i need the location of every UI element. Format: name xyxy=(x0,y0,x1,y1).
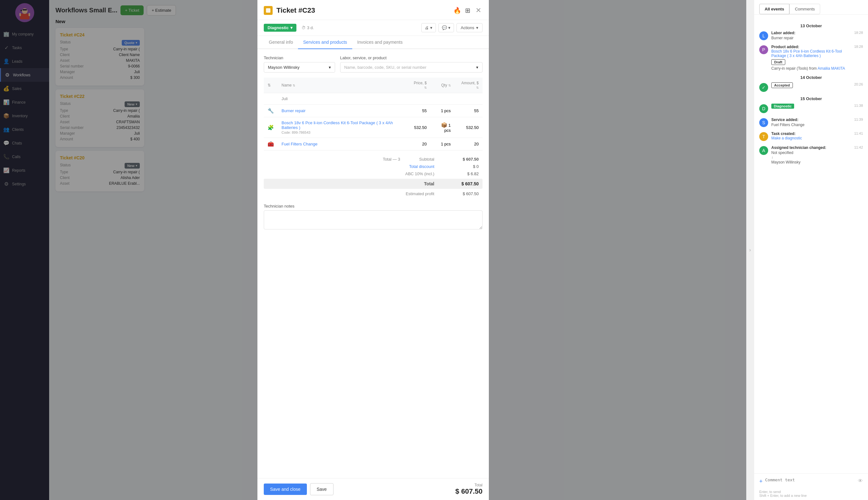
qty-col-header[interactable]: Qty ⇅ xyxy=(430,78,454,93)
event-title-service: Service added: xyxy=(771,117,851,122)
send-icon[interactable]: 👁 xyxy=(858,478,863,484)
event-time-service: 11:39 xyxy=(854,117,863,121)
labor-label: Labor, service, or product xyxy=(340,55,483,60)
tab-general-info[interactable]: General info xyxy=(264,36,298,49)
technician-select[interactable]: Mayson Willinsky ▾ xyxy=(264,62,335,72)
save-button[interactable]: Save xyxy=(310,483,334,495)
footer-total-amount: $ 607.50 xyxy=(455,487,483,496)
task-event-icon: T xyxy=(759,132,768,141)
event-labor-added: L Labor added: Burner repair 18:28 xyxy=(759,31,863,40)
event-body: Labor added: Burner repair xyxy=(771,31,851,40)
grid-button[interactable]: ⊞ xyxy=(464,7,472,14)
tab-services-products[interactable]: Services and products xyxy=(298,36,352,49)
tax-label: ABC 10% (incl.) xyxy=(405,171,434,176)
event-time-accepted: 20:26 xyxy=(854,82,863,86)
burner-repair-link[interactable]: Burner repair xyxy=(282,109,306,113)
burner-price: 55 xyxy=(407,104,430,117)
name-col-header[interactable]: Name ⇅ xyxy=(278,78,407,93)
event-body-task: Task created: Make a diagnostic xyxy=(771,132,851,140)
event-body-accepted: Accepted xyxy=(771,82,851,89)
total-count-row: Total — 3 Subtotal $ 607.50 xyxy=(264,156,483,163)
services-row: Technician Mayson Willinsky ▾ Labor, ser… xyxy=(264,55,483,72)
draft-badge: Draft xyxy=(771,59,785,65)
modal-title: Ticket #C23 xyxy=(277,6,450,14)
modal-header: Ticket #C23 🔥 ⊞ ✕ xyxy=(257,0,489,20)
price-col-header[interactable]: Price, $ ⇅ xyxy=(407,78,430,93)
total-final-label: Total xyxy=(424,181,434,186)
diagnostic-event-icon: D xyxy=(759,104,768,113)
burner-amount: 55 xyxy=(454,104,483,117)
subtotal-value: $ 607.50 xyxy=(453,157,479,162)
profit-label: Estimated profit xyxy=(406,191,434,196)
bosch-price: 532.50 xyxy=(407,117,430,138)
chevron-down-icon: ▾ xyxy=(448,25,450,30)
clock-icon: ⏱ xyxy=(302,25,306,30)
status-diagnostic-badge[interactable]: Diagnostic ▾ xyxy=(264,24,296,32)
comment-button[interactable]: 💬 ▾ xyxy=(438,23,454,32)
event-task-created: T Task created: Make a diagnostic 11:41 xyxy=(759,132,863,141)
comment-plus-icon: + xyxy=(759,478,763,485)
wrench-icon: 🔧 xyxy=(268,108,274,113)
event-from: Not specified xyxy=(771,150,851,155)
tab-all-events[interactable]: All events xyxy=(759,4,789,14)
modal-close-button[interactable]: ✕ xyxy=(474,5,483,16)
event-body-diagnostic: Diagnostic xyxy=(771,104,851,109)
event-time-diagnostic: 11:38 xyxy=(854,104,863,107)
event-diagnostic: D Diagnostic 11:38 xyxy=(759,104,863,113)
section-label: Juli xyxy=(278,93,483,104)
puzzle-icon: 🧩 xyxy=(268,125,274,130)
totals-section: Total — 3 Subtotal $ 607.50 Total discou… xyxy=(264,156,483,197)
bosch-link[interactable]: Bosch 18v 6 Pce li-ion Cordless Kit 6-To… xyxy=(282,121,393,130)
collapse-panel-button[interactable]: › xyxy=(746,0,754,500)
event-technician-changed: A Assigned technician changed: Not speci… xyxy=(759,146,863,164)
fire-icon[interactable]: 🔥 xyxy=(453,7,461,14)
sort-col-header: ⇅ xyxy=(264,78,278,93)
modal-header-actions: 🔥 ⊞ ✕ xyxy=(453,5,483,16)
amaliia-makita-link[interactable]: Amaliia MAKITA xyxy=(818,66,845,71)
labor-search-input[interactable]: Name, barcode, code, SKU, or serial numb… xyxy=(340,62,483,72)
modal-tabs: General info Services and products Invoi… xyxy=(257,36,489,49)
event-time-task: 11:41 xyxy=(854,132,863,135)
notes-textarea[interactable] xyxy=(264,211,483,229)
task-link[interactable]: Make a diagnostic xyxy=(771,136,802,140)
total-final-row: Total $ 607.50 xyxy=(264,179,483,189)
table-row-fuel-filters: 🧰 Fuel Filters Change 20 1 pcs 20 xyxy=(264,138,483,150)
save-close-button[interactable]: Save and close xyxy=(264,484,307,495)
service-event-icon: S xyxy=(759,118,768,127)
print-button[interactable]: 🖨 ▾ xyxy=(421,23,436,32)
product-event-icon: P xyxy=(759,45,768,54)
event-desc: Burner repair xyxy=(771,36,851,40)
right-panel-tabs: All events Comments xyxy=(754,0,868,14)
sort-arrow-icon: ⇅ xyxy=(424,86,427,89)
product-event-link[interactable]: Bosch 18v 6 Pce li-ion Cordless Kit 6-To… xyxy=(771,49,842,58)
fuel-filters-link[interactable]: Fuel Filters Change xyxy=(282,141,317,146)
bosch-amount: 532.50 xyxy=(454,117,483,138)
hint-shift-enter: Shift + Enter, to add a new line xyxy=(759,494,863,498)
labor-event-icon: L xyxy=(759,31,768,40)
event-date-13-oct: 13 October xyxy=(759,23,863,28)
right-panel-content: 13 October L Labor added: Burner repair … xyxy=(754,14,868,473)
event-title-product: Product added: xyxy=(771,45,851,49)
tab-comments[interactable]: Comments xyxy=(789,4,820,14)
chevron-right-icon: › xyxy=(749,247,751,253)
chevron-down-icon: ▾ xyxy=(329,65,331,70)
amount-col-header[interactable]: Amount, $ ⇅ xyxy=(454,78,483,93)
comment-box: + 👁 xyxy=(754,473,868,489)
event-to: Mayson Willinsky xyxy=(771,160,851,164)
tax-value: $ 6.82 xyxy=(453,171,479,176)
sort-arrow-icon: ⇅ xyxy=(293,84,295,87)
technician-event-icon: A xyxy=(759,146,768,155)
modal-status-bar: Diagnostic ▾ ⏱ 3 d. 🖨 ▾ 💬 ▾ Actions ▾ xyxy=(257,20,489,36)
tax-row: ABC 10% (incl.) $ 6.82 xyxy=(264,170,483,178)
fuel-price: 20 xyxy=(407,138,430,150)
actions-button[interactable]: Actions ▾ xyxy=(456,23,483,32)
profit-value: $ 607.50 xyxy=(453,191,479,196)
product-qty-icon: 📦 xyxy=(441,122,447,128)
discount-label[interactable]: Total discount xyxy=(409,164,435,169)
comment-input[interactable] xyxy=(765,477,855,482)
modal-content: Technician Mayson Willinsky ▾ Labor, ser… xyxy=(257,49,489,478)
fuel-qty: 1 pcs xyxy=(430,138,454,150)
tab-invoices-payments[interactable]: Invoices and payments xyxy=(352,36,408,49)
chevron-down-icon: ▾ xyxy=(290,25,293,30)
ticket-icon xyxy=(264,6,273,15)
